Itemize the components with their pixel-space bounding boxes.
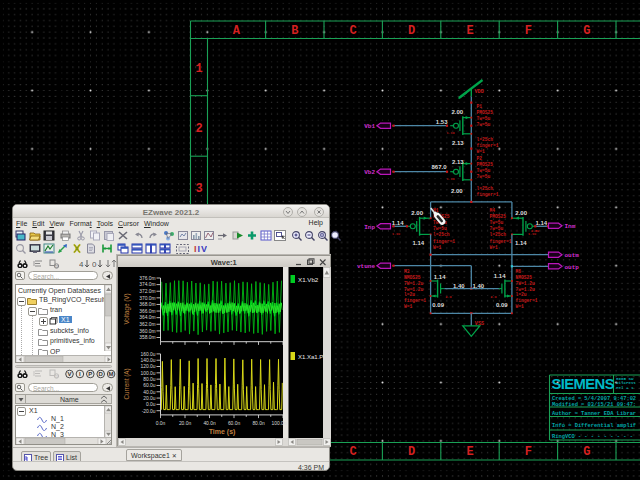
svg-text:4: 4 — [79, 260, 84, 269]
svg-text:PMOS25: PMOS25 — [490, 214, 507, 219]
svg-text:D: D — [99, 371, 104, 377]
svg-text:P1: P1 — [477, 104, 483, 109]
svg-text:M4: M4 — [490, 208, 496, 213]
svg-text:2.13: 2.13 — [452, 159, 464, 165]
svg-text:l=25ch: l=25ch — [433, 232, 450, 237]
svg-text:Tel + 1: Tel + 1 — [616, 386, 634, 390]
svg-text:l=2u: l=2u — [515, 292, 526, 297]
svg-text:376.0m: 376.0m — [139, 276, 155, 281]
svg-text:E: E — [466, 24, 473, 38]
svg-text:358.0m: 358.0m — [139, 335, 155, 340]
svg-text:finger=1: finger=1 — [433, 239, 455, 244]
svg-text:374.0m: 374.0m — [139, 282, 155, 287]
svg-text:Modified = 03/15/21 09:47:: Modified = 03/15/21 09:47: — [552, 402, 636, 408]
svg-text:360.0m: 360.0m — [139, 329, 155, 334]
svg-text:Tw=5u: Tw=5u — [477, 116, 491, 121]
svg-text:Voltage (V): Voltage (V) — [123, 293, 131, 324]
svg-text:W=1: W=1 — [404, 304, 413, 309]
svg-text:I: I — [198, 244, 201, 254]
svg-text:I: I — [194, 244, 197, 254]
svg-text:l=2u: l=2u — [404, 292, 415, 297]
svg-text:40.0n: 40.0n — [203, 421, 216, 426]
svg-text:l=25ch: l=25ch — [477, 186, 494, 191]
svg-text:2.00: 2.00 — [515, 210, 527, 216]
svg-text:D: D — [408, 445, 415, 459]
svg-text:W=1: W=1 — [433, 245, 442, 250]
svg-text:PMOS25: PMOS25 — [477, 110, 494, 115]
svg-text:364.0m: 364.0m — [139, 315, 155, 320]
svg-text:Author = Tanner EDA Librar: Author = Tanner EDA Librar — [552, 411, 636, 417]
svg-text:Time (s): Time (s) — [209, 428, 236, 436]
svg-text:Tw=5u: Tw=5u — [490, 220, 504, 225]
svg-text:1.14: 1.14 — [515, 240, 527, 246]
svg-text:1.14: 1.14 — [392, 220, 404, 226]
svg-text:vtune: vtune — [357, 263, 375, 270]
svg-text:80.0n: 80.0n — [252, 421, 265, 426]
svg-text:3: 3 — [195, 182, 202, 196]
svg-text:120.0u: 120.0u — [141, 364, 156, 369]
svg-text:1.1u: 1.1u — [447, 177, 455, 181]
svg-text:60.0n: 60.0n — [228, 421, 241, 426]
svg-text:outp: outp — [565, 264, 580, 271]
svg-text:1.40: 1.40 — [473, 283, 485, 289]
svg-text:1.40: 1.40 — [453, 283, 465, 289]
svg-text:C: C — [350, 445, 357, 459]
svg-text:finger=1: finger=1 — [490, 239, 512, 244]
svg-text:Inp: Inp — [364, 224, 375, 231]
svg-text:370.0m: 370.0m — [139, 296, 155, 301]
svg-text:100.0u: 100.0u — [141, 371, 156, 376]
svg-text:40.0u: 40.0u — [143, 390, 156, 395]
svg-text:8005 SW: 8005 SW — [616, 377, 634, 381]
svg-text:7W=1.2u: 7W=1.2u — [515, 281, 535, 286]
svg-text:1.53: 1.53 — [436, 119, 448, 125]
svg-text:o: o — [55, 263, 58, 269]
svg-text:o: o — [55, 373, 58, 379]
svg-text:2.00: 2.00 — [411, 210, 423, 216]
svg-text:M6: M6 — [515, 269, 521, 274]
svg-text:C: C — [350, 24, 357, 38]
svg-text:NMOS25: NMOS25 — [404, 275, 421, 280]
svg-text:2.u: 2.u — [446, 295, 452, 299]
svg-text:F: F — [525, 24, 532, 38]
svg-text:G: G — [583, 24, 590, 38]
svg-text:P2: P2 — [477, 156, 483, 161]
svg-text:2: 2 — [195, 122, 202, 136]
svg-text:20.0n: 20.0n — [179, 421, 192, 426]
svg-text:M3: M3 — [404, 269, 410, 274]
svg-text:1.1u: 1.1u — [447, 131, 455, 135]
svg-text:VDD: VDD — [475, 89, 484, 95]
svg-text:1: 1 — [195, 62, 202, 76]
svg-text:Current (A): Current (A) — [123, 368, 131, 399]
svg-text:F: F — [525, 445, 532, 459]
svg-text:outm: outm — [565, 252, 580, 259]
svg-text:SIEMENS: SIEMENS — [552, 376, 615, 392]
svg-text:2.00: 2.00 — [451, 188, 463, 194]
svg-text:7w=5u: 7w=5u — [477, 122, 491, 127]
svg-text:V: V — [67, 371, 71, 377]
svg-text:-20.0u: -20.0u — [142, 409, 156, 414]
svg-text:60.0u: 60.0u — [143, 383, 156, 388]
svg-text:finger=1: finger=1 — [477, 143, 499, 148]
svg-text:0.09: 0.09 — [432, 302, 444, 308]
svg-text:B: B — [291, 24, 298, 38]
svg-text:PMOS25: PMOS25 — [477, 162, 494, 167]
svg-text:Vb1: Vb1 — [364, 123, 375, 130]
svg-text:D: D — [408, 24, 415, 38]
svg-text:1.14: 1.14 — [413, 240, 425, 246]
svg-text:140.0u: 140.0u — [141, 358, 156, 363]
svg-text:867.0: 867.0 — [431, 164, 447, 170]
svg-text:0.09: 0.09 — [496, 302, 508, 308]
svg-text:372.0m: 372.0m — [139, 289, 155, 294]
svg-text:1.1u: 1.1u — [392, 232, 400, 236]
svg-text:160.0u: 160.0u — [141, 352, 156, 357]
svg-text:7w=5u: 7w=5u — [433, 226, 447, 231]
svg-text:7w=5u: 7w=5u — [477, 174, 491, 179]
svg-text:2.13: 2.13 — [452, 140, 464, 146]
svg-text:finger=1: finger=1 — [515, 298, 537, 303]
svg-text:X1.Vb2: X1.Vb2 — [298, 276, 319, 283]
svg-text:Inm: Inm — [565, 223, 576, 230]
svg-text:VSS: VSS — [475, 321, 484, 327]
svg-text:X1.Xa1.P: X1.Xa1.P — [298, 354, 323, 360]
svg-text:0.0n: 0.0n — [156, 421, 166, 426]
svg-text:finger=1: finger=1 — [477, 192, 499, 197]
